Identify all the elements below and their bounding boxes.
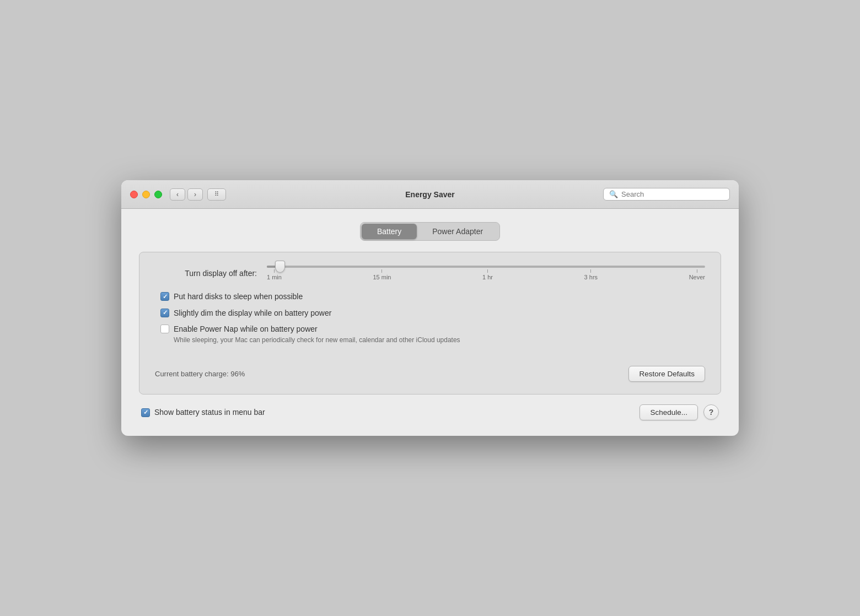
battery-charge-label: Current battery charge: 96% — [155, 370, 245, 378]
titlebar: ‹ › ⠿ Energy Saver 🔍 — [121, 180, 739, 209]
footer-right: Schedule... ? — [639, 404, 719, 420]
main-content: Battery Power Adapter Turn display off a… — [121, 209, 739, 436]
tick-line — [381, 269, 382, 273]
slider-thumb[interactable] — [275, 261, 285, 273]
footer: Show battery status in menu bar Schedule… — [139, 404, 721, 420]
checkbox-label-hard-disks: Put hard disks to sleep when possible — [174, 291, 303, 302]
search-box[interactable]: 🔍 — [603, 188, 730, 201]
tick-label-15min: 15 min — [373, 274, 391, 280]
tick-label-3hrs: 3 hrs — [584, 274, 598, 280]
help-button[interactable]: ? — [703, 404, 719, 420]
forward-button[interactable]: › — [187, 188, 203, 201]
checkbox-hard-disks[interactable] — [160, 292, 169, 301]
tick-3hrs: 3 hrs — [584, 269, 598, 280]
show-battery-label: Show battery status in menu bar — [154, 407, 265, 418]
maximize-button[interactable] — [154, 191, 162, 198]
tick-label-1hr: 1 hr — [482, 274, 493, 280]
dim-display-label: Slightly dim the display while on batter… — [174, 308, 331, 319]
traffic-lights — [130, 191, 162, 198]
checkbox-row-hard-disks: Put hard disks to sleep when possible — [160, 291, 705, 302]
checkbox-row-power-nap: Enable Power Nap while on battery power … — [160, 324, 705, 344]
search-icon: 🔍 — [609, 190, 618, 198]
energy-saver-window: ‹ › ⠿ Energy Saver 🔍 Battery Power Adapt… — [121, 180, 739, 436]
checkboxes: Put hard disks to sleep when possible Sl… — [155, 291, 705, 344]
checkbox-dim-display[interactable] — [160, 309, 169, 317]
show-battery-row: Show battery status in menu bar — [141, 407, 265, 418]
slider-label: Turn display off after: — [155, 269, 257, 278]
checkbox-power-nap[interactable] — [160, 325, 169, 333]
tick-label-1min: 1 min — [267, 274, 282, 280]
tab-power-adapter[interactable]: Power Adapter — [417, 224, 498, 239]
window-title: Energy Saver — [405, 190, 455, 199]
tab-container: Battery Power Adapter — [360, 222, 500, 241]
tick-line — [697, 269, 697, 273]
grid-icon: ⠿ — [214, 191, 219, 198]
tick-line — [274, 269, 275, 273]
tab-group: Battery Power Adapter — [139, 222, 721, 241]
power-nap-label: Enable Power Nap while on battery power — [174, 324, 460, 335]
nav-buttons: ‹ › ⠿ — [170, 188, 226, 201]
checkbox-show-battery[interactable] — [141, 408, 150, 417]
slider-ticks: 1 min 15 min 1 hr 3 hrs — [267, 269, 705, 280]
tick-line — [487, 269, 488, 273]
checkbox-label-dim-display: Slightly dim the display while on batter… — [174, 308, 331, 319]
power-nap-sublabel: While sleeping, your Mac can periodicall… — [174, 336, 460, 344]
tab-battery[interactable]: Battery — [362, 224, 417, 239]
checkbox-label-power-nap: Enable Power Nap while on battery power … — [174, 324, 460, 344]
grid-button[interactable]: ⠿ — [207, 188, 226, 201]
tick-never: Never — [689, 269, 705, 280]
close-button[interactable] — [130, 191, 138, 198]
hard-disks-label: Put hard disks to sleep when possible — [174, 291, 303, 302]
checkbox-row-dim-display: Slightly dim the display while on batter… — [160, 308, 705, 319]
slider-track — [267, 266, 705, 268]
back-button[interactable]: ‹ — [170, 188, 185, 201]
tick-15min: 15 min — [373, 269, 391, 280]
tick-label-never: Never — [689, 274, 705, 280]
tick-line — [590, 269, 591, 273]
battery-panel: Turn display off after: 1 min 15 mi — [139, 252, 721, 395]
bottom-row: Current battery charge: 96% Restore Defa… — [155, 366, 705, 382]
tick-1hr: 1 hr — [482, 269, 493, 280]
minimize-button[interactable] — [142, 191, 150, 198]
slider-wrapper[interactable]: 1 min 15 min 1 hr 3 hrs — [267, 266, 705, 280]
restore-defaults-button[interactable]: Restore Defaults — [628, 366, 705, 382]
search-input[interactable] — [621, 190, 724, 198]
slider-row: Turn display off after: 1 min 15 mi — [155, 266, 705, 280]
schedule-button[interactable]: Schedule... — [639, 404, 698, 420]
